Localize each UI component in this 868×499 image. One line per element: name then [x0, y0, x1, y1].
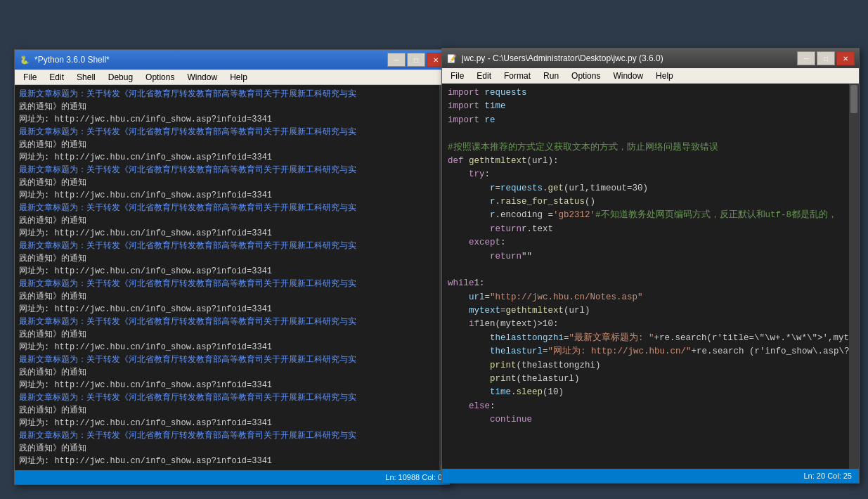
- shell-title: *Python 3.6.0 Shell*: [34, 55, 110, 65]
- shell-line: 践的通知》的通知: [19, 328, 445, 341]
- shell-content: 最新文章标题为：关于转发《河北省教育厅转发教育部高等教育司关于开展新工科研究与实…: [15, 85, 449, 484]
- code-line-2: import time: [442, 100, 859, 113]
- shell-line: 网址为: http://jwc.hbu.cn/info_show.asp?inf…: [19, 303, 445, 316]
- code-line-4: [442, 127, 859, 141]
- shell-title-bar[interactable]: 🐍 *Python 3.6.0 Shell* ─ □ ✕: [15, 50, 449, 70]
- editor-content: import requests import time import re #按…: [442, 84, 859, 483]
- shell-line: 践的通知》的通知: [19, 176, 445, 189]
- editor-menu-window[interactable]: Window: [607, 70, 649, 82]
- shell-status-text: Ln: 10988 Col: 0: [385, 473, 442, 481]
- editor-menu-format[interactable]: Format: [498, 70, 536, 82]
- shell-menu-debug[interactable]: Debug: [103, 71, 138, 84]
- shell-line: 践的通知》的通知: [19, 442, 445, 455]
- editor-menu-options[interactable]: Options: [566, 70, 606, 82]
- code-line-3: import re: [442, 114, 859, 127]
- code-line-25: continue: [442, 413, 859, 427]
- shell-line: 最新文章标题为：关于转发《河北省教育厅转发教育部高等教育司关于开展新工科研究与实: [19, 240, 445, 252]
- editor-icon: 📝: [446, 53, 458, 64]
- shell-line: 最新文章标题为：关于转发《河北省教育厅转发教育部高等教育司关于开展新工科研究与实: [19, 126, 445, 138]
- shell-line: 践的通知》的通知: [19, 290, 445, 303]
- code-line-13: return "": [442, 250, 859, 264]
- shell-line: 最新文章标题为：关于转发《河北省教育厅转发教育部高等教育司关于开展新工科研究与实: [19, 391, 445, 404]
- shell-line: 践的通知》的通知: [19, 214, 445, 227]
- shell-maximize-button[interactable]: □: [407, 53, 425, 67]
- code-line-22: print(thelasturl): [442, 372, 859, 386]
- code-line-24: else:: [442, 400, 859, 413]
- shell-line: 最新文章标题为：关于转发《河北省教育厅转发教育部高等教育司关于开展新工科研究与实: [19, 316, 445, 328]
- shell-menu-shell[interactable]: Shell: [71, 71, 101, 84]
- editor-maximize-button[interactable]: □: [817, 51, 835, 65]
- editor-menu-help[interactable]: Help: [650, 70, 679, 82]
- code-line-5: #按照课本推荐的方式定义获取文本的方式，防止网络问题导致错误: [442, 141, 859, 155]
- shell-line: 最新文章标题为：关于转发《河北省教育厅转发教育部高等教育司关于开展新工科研究与实: [19, 354, 445, 366]
- code-line-12: except:: [442, 236, 859, 249]
- shell-line: 践的通知》的通知: [19, 101, 445, 113]
- editor-menu-run[interactable]: Run: [538, 70, 564, 82]
- code-editor[interactable]: import requests import time import re #按…: [442, 84, 859, 469]
- editor-scrollbar[interactable]: [849, 84, 859, 469]
- code-line-15: while 1:: [442, 277, 859, 290]
- shell-line: 网址为: http://jwc.hbu.cn/info_show.asp?inf…: [19, 265, 445, 278]
- editor-close-button[interactable]: ✕: [836, 51, 855, 65]
- shell-minimize-button[interactable]: ─: [387, 53, 406, 67]
- editor-minimize-button[interactable]: ─: [797, 51, 815, 65]
- shell-menu-help[interactable]: Help: [224, 71, 253, 84]
- editor-title-bar[interactable]: 📝 jwc.py - C:\Users\Administrator\Deskto…: [442, 48, 859, 68]
- shell-line: 践的通知》的通知: [19, 404, 445, 417]
- shell-icon: 🐍: [19, 54, 30, 65]
- shell-line: 网址为: http://jwc.hbu.cn/info_show.asp?inf…: [19, 227, 445, 240]
- shell-menu-bar: File Edit Shell Debug Options Window Hel…: [15, 70, 449, 85]
- shell-line: 最新文章标题为：关于转发《河北省教育厅转发教育部高等教育司关于开展新工科研究与实: [19, 278, 445, 290]
- editor-menu-edit[interactable]: Edit: [471, 70, 497, 82]
- shell-window: 🐍 *Python 3.6.0 Shell* ─ □ ✕ File Edit S…: [14, 49, 450, 485]
- code-line-10: r.encoding = 'gb2312'#不知道教务处网页编码方式，反正默认和…: [442, 209, 859, 222]
- shell-line: 最新文章标题为：关于转发《河北省教育厅转发教育部高等教育司关于开展新工科研究与实: [19, 88, 445, 101]
- shell-line: 践的通知》的通知: [19, 252, 445, 265]
- code-line-14: [442, 264, 859, 277]
- code-line-19: thelasttongzhi = "最新文章标题为: "+re.search(r…: [442, 332, 859, 345]
- shell-line: 最新文章标题为：关于转发《河北省教育厅转发教育部高等教育司关于开展新工科研究与实: [19, 429, 445, 442]
- shell-menu-edit[interactable]: Edit: [44, 71, 70, 84]
- shell-line: 网址为: http://jwc.hbu.cn/info_show.asp?inf…: [19, 379, 445, 391]
- code-line-6: def gethtmltext(url):: [442, 155, 859, 168]
- shell-window-controls: ─ □ ✕: [387, 53, 445, 67]
- shell-line: 网址为: http://jwc.hbu.cn/info_show.asp?inf…: [19, 113, 445, 126]
- shell-output[interactable]: 最新文章标题为：关于转发《河北省教育厅转发教育部高等教育司关于开展新工科研究与实…: [15, 85, 449, 470]
- shell-menu-file[interactable]: File: [18, 71, 42, 84]
- editor-title: jwc.py - C:\Users\Administrator\Desktop\…: [462, 53, 663, 63]
- code-line-8: r = requests.get (url,timeout=30): [442, 182, 859, 195]
- editor-window: 📝 jwc.py - C:\Users\Administrator\Deskto…: [441, 48, 860, 484]
- code-line-1: import requests: [442, 86, 859, 100]
- shell-menu-window[interactable]: Window: [181, 71, 223, 84]
- editor-menu-file[interactable]: File: [445, 70, 469, 82]
- code-line-23: time.sleep(10): [442, 386, 859, 399]
- code-line-20: thelasturl = "网址为: http://jwc.hbu.cn/"+r…: [442, 345, 859, 358]
- editor-status-bar: Ln: 20 Col: 25: [442, 469, 859, 483]
- shell-line: 践的通知》的通知: [19, 366, 445, 379]
- shell-menu-options[interactable]: Options: [140, 71, 180, 84]
- code-line-11: return r.text: [442, 223, 859, 236]
- code-line-18: if len(mytext)>10:: [442, 318, 859, 331]
- editor-menu-bar: File Edit Format Run Options Window Help: [442, 68, 859, 84]
- editor-window-controls: ─ □ ✕: [797, 51, 855, 65]
- code-line-7: try:: [442, 168, 859, 181]
- shell-line: 网址为: http://jwc.hbu.cn/info_show.asp?inf…: [19, 417, 445, 429]
- code-line-21: print(thelasttongzhi): [442, 359, 859, 372]
- shell-line: 网址为: http://jwc.hbu.cn/info_show.asp?inf…: [19, 455, 445, 467]
- editor-scroll-thumb[interactable]: [850, 85, 857, 113]
- shell-line: 网址为: http://jwc.hbu.cn/info_show.asp?inf…: [19, 341, 445, 354]
- shell-line: 践的通知》的通知: [19, 138, 445, 151]
- shell-line: 网址为: http://jwc.hbu.cn/info_show.asp?inf…: [19, 189, 445, 202]
- editor-status-text: Ln: 20 Col: 25: [804, 472, 853, 480]
- code-line-16: url = "http://jwc.hbu.cn/Notes.asp": [442, 291, 859, 304]
- code-line-17: mytext = gethtmltext(url): [442, 304, 859, 318]
- desktop: 🐍 *Python 3.6.0 Shell* ─ □ ✕ File Edit S…: [0, 0, 868, 499]
- shell-status-bar: Ln: 10988 Col: 0: [15, 470, 449, 484]
- shell-line: 最新文章标题为：关于转发《河北省教育厅转发教育部高等教育司关于开展新工科研究与实: [19, 164, 445, 176]
- shell-line: 网址为: http://jwc.hbu.cn/info_show.asp?inf…: [19, 151, 445, 164]
- code-line-9: r.raise_for_status(): [442, 195, 859, 209]
- shell-line: 最新文章标题为：关于转发《河北省教育厅转发教育部高等教育司关于开展新工科研究与实: [19, 202, 445, 214]
